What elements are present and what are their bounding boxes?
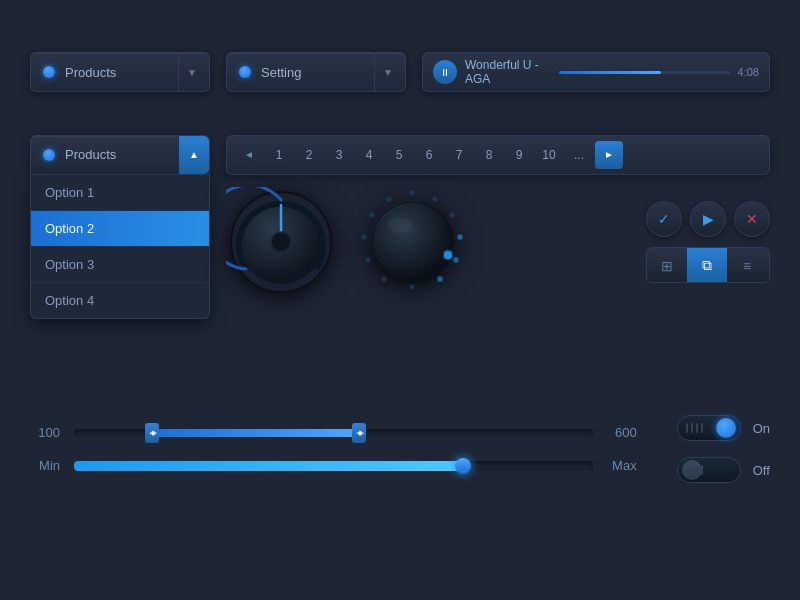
- windows-view-button[interactable]: ⧉: [687, 248, 727, 283]
- svg-point-6: [450, 212, 455, 217]
- svg-point-11: [382, 276, 387, 281]
- page-7[interactable]: 7: [445, 141, 473, 169]
- progress-fill: [74, 461, 463, 471]
- windows-icon: ⧉: [702, 257, 712, 274]
- progress-slider-row: Min Max: [30, 458, 637, 473]
- groove-3: [696, 423, 698, 433]
- menu-option-2[interactable]: Option 2: [31, 211, 209, 247]
- track-name: Wonderful U - AGA: [465, 58, 551, 86]
- dropdown-dot-2: [43, 149, 55, 161]
- list-view-button[interactable]: ≡: [727, 248, 767, 283]
- groove-1: [686, 423, 688, 433]
- products-dropdown-expanded: Products ▲ Option 1 Option 2 Option 3 Op…: [30, 135, 210, 319]
- setting-arrow: ▼: [374, 53, 393, 91]
- setting-label: Setting: [261, 65, 364, 80]
- close-button[interactable]: ✕: [734, 201, 770, 237]
- range-slider-row: 100 600: [30, 425, 637, 440]
- dropdown-menu: Option 1 Option 2 Option 3 Option 4: [30, 175, 210, 319]
- play-button[interactable]: ▶: [690, 201, 726, 237]
- track-progress-fill: [559, 71, 662, 74]
- view-toggle: ⊞ ⧉ ≡: [646, 247, 770, 283]
- page-8[interactable]: 8: [475, 141, 503, 169]
- toggle-knob-off: [682, 460, 702, 480]
- svg-point-9: [438, 276, 443, 281]
- page-1[interactable]: 1: [265, 141, 293, 169]
- menu-option-3[interactable]: Option 3: [31, 247, 209, 283]
- progress-max-label: Max: [607, 458, 637, 473]
- svg-point-20: [444, 251, 452, 259]
- check-button[interactable]: ✓: [646, 201, 682, 237]
- toggle-on-label: On: [753, 421, 770, 436]
- groove-4: [701, 423, 703, 433]
- range-slider-track[interactable]: [74, 429, 593, 437]
- toggle-off[interactable]: [677, 457, 741, 483]
- pause-button[interactable]: ⏸: [433, 60, 457, 84]
- range-right-handle[interactable]: [352, 423, 366, 443]
- page-prev[interactable]: ◄: [235, 141, 263, 169]
- products-dropdown-2-header[interactable]: Products ▲: [30, 135, 210, 175]
- svg-point-5: [433, 196, 438, 201]
- toggle-area: On Off: [677, 415, 770, 483]
- svg-point-3: [271, 232, 291, 252]
- svg-point-18: [388, 217, 412, 233]
- progress-min-label: Min: [30, 458, 60, 473]
- grid-icon: ⊞: [661, 258, 673, 274]
- dial-knob[interactable]: [226, 187, 336, 297]
- toggle-off-label: Off: [753, 463, 770, 478]
- svg-point-16: [370, 200, 454, 284]
- page-10[interactable]: 10: [535, 141, 563, 169]
- svg-point-15: [387, 196, 392, 201]
- groove-2: [691, 423, 693, 433]
- svg-point-10: [410, 284, 415, 289]
- progress-thumb[interactable]: [455, 458, 471, 474]
- check-icon: ✓: [658, 211, 670, 227]
- page-5[interactable]: 5: [385, 141, 413, 169]
- range-min-label: 100: [30, 425, 60, 440]
- progress-slider-track[interactable]: [74, 461, 593, 471]
- page-4[interactable]: 4: [355, 141, 383, 169]
- page-2[interactable]: 2: [295, 141, 323, 169]
- page-ellipsis[interactable]: ...: [565, 141, 593, 169]
- svg-point-8: [454, 257, 459, 262]
- audio-player: ⏸ Wonderful U - AGA 4:08: [422, 52, 770, 92]
- pause-icon: ⏸: [440, 67, 450, 78]
- svg-point-7: [458, 234, 463, 239]
- products-label-2: Products: [65, 147, 169, 162]
- page-next[interactable]: ►: [595, 141, 623, 169]
- range-fill: [152, 429, 359, 437]
- svg-point-12: [366, 257, 371, 262]
- toggle-on[interactable]: [677, 415, 741, 441]
- setting-dropdown[interactable]: Setting ▼: [226, 52, 406, 92]
- grid-view-button[interactable]: ⊞: [647, 248, 687, 283]
- track-time: 4:08: [738, 66, 759, 78]
- page-9[interactable]: 9: [505, 141, 533, 169]
- list-icon: ≡: [743, 258, 751, 274]
- round-knob[interactable]: [352, 187, 472, 297]
- dropdown-arrow: ▼: [178, 53, 197, 91]
- menu-option-4[interactable]: Option 4: [31, 283, 209, 318]
- svg-point-14: [370, 212, 375, 217]
- track-progress-bar[interactable]: [559, 71, 730, 74]
- page-3[interactable]: 3: [325, 141, 353, 169]
- control-buttons-row: ✓ ▶ ✕: [646, 201, 770, 237]
- range-max-label: 600: [607, 425, 637, 440]
- dropdown-dot: [43, 66, 55, 78]
- close-icon: ✕: [746, 211, 758, 227]
- play-icon: ▶: [703, 211, 714, 227]
- svg-point-4: [410, 190, 415, 195]
- products-dropdown-1[interactable]: Products ▼: [30, 52, 210, 92]
- dropdown-label: Products: [65, 65, 168, 80]
- dropdown-dot: [239, 66, 251, 78]
- dropdown-arrow-2: ▲: [179, 136, 209, 174]
- page-6[interactable]: 6: [415, 141, 443, 169]
- svg-point-13: [362, 234, 367, 239]
- toggle-off-row: Off: [677, 457, 770, 483]
- range-left-handle[interactable]: [145, 423, 159, 443]
- toggle-knob-on: [716, 418, 736, 438]
- menu-option-1[interactable]: Option 1: [31, 175, 209, 211]
- pagination-bar: ◄ 1 2 3 4 5 6 7 8 9 10 ... ►: [226, 135, 770, 175]
- toggle-on-row: On: [677, 415, 770, 441]
